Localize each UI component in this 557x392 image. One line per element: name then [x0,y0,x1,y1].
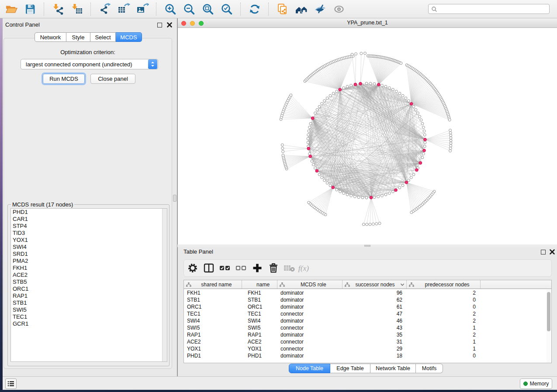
scrollbar-thumb[interactable] [547,292,550,331]
tab-select[interactable]: Select [90,32,116,42]
tab-motifs[interactable]: Motifs [416,364,443,373]
list-item[interactable]: CAR1 [11,216,167,223]
cell-4: 0 [407,352,481,359]
list-icon [7,381,14,387]
new-network-from-selection-button[interactable] [273,1,292,17]
table-row[interactable]: YOX1YOX1connector291 [184,345,551,352]
float-table-panel-icon[interactable] [541,250,546,254]
table-row[interactable]: SWI4SWI4dominator462 [184,317,551,324]
list-item[interactable]: GCR1 [11,320,167,327]
tab-edge-table[interactable]: Edge Table [330,364,370,373]
tab-mcds[interactable]: MCDS [116,32,142,42]
delete-columns-button[interactable] [265,261,281,275]
trash-icon [268,262,279,274]
list-item[interactable]: STP4 [11,223,167,230]
list-item[interactable]: FKH1 [11,265,167,272]
list-item[interactable]: RAP1 [11,292,167,299]
list-item[interactable]: STB5 [11,279,167,285]
export-table-button[interactable] [114,1,133,17]
export-image-button[interactable] [133,1,152,17]
list-item[interactable]: SWI5 [11,306,167,313]
vertical-splitter[interactable] [173,18,177,376]
list-item[interactable]: YOX1 [11,237,167,244]
table-row[interactable]: RAP1RAP1dominator352 [184,331,551,338]
cell-1: SWI4 [242,317,277,324]
cell-4: 2 [407,289,481,296]
list-item[interactable]: SRD1 [11,251,167,258]
list-item[interactable]: SWI4 [11,244,167,251]
table-header: shared namenameMCDS rolesuccessor nodesp… [184,280,551,289]
network-view-titlebar[interactable]: YPA_prune.txt_1 [178,18,557,28]
zoom-selected-button[interactable] [217,1,236,17]
close-table-panel-icon[interactable] [549,249,555,255]
network-canvas[interactable] [178,28,557,244]
criterion-select[interactable]: largest connected component (undirected) [21,59,158,69]
delete-table-button [281,261,298,275]
tab-network[interactable]: Network [35,32,66,42]
table-row[interactable]: FKH1FKH1dominator962 [184,289,551,296]
tab-node-table[interactable]: Node Table [289,364,330,373]
import-table-button[interactable] [67,1,86,17]
cell-0: ACE2 [184,338,242,345]
list-item[interactable]: PMA2 [11,258,167,265]
right-pane: YPA_prune.txt_1 Table Panel f(x) shared … [177,18,557,376]
memory-button[interactable]: Memory [520,378,552,389]
task-history-button[interactable] [5,378,17,389]
float-panel-icon[interactable] [157,23,162,28]
open-file-button[interactable] [2,1,21,17]
select-first-neighbors-button[interactable] [292,1,311,17]
list-item[interactable]: ORC1 [11,285,167,292]
table-row[interactable]: STB1STB1dominator620 [184,296,551,303]
show-all-button[interactable] [329,1,348,17]
close-x-icon [166,22,173,28]
hide-selection-button[interactable] [311,1,329,17]
list-item[interactable]: TID3 [11,230,167,237]
zoom-out-button[interactable] [180,1,198,17]
table-row[interactable]: TEC1TEC1connector472 [184,310,551,317]
list-item[interactable]: TEC1 [11,313,167,320]
import-network-button[interactable] [48,1,67,17]
data-type-icon [280,282,285,287]
mcds-tab-content: Optimization criterion: largest connecte… [3,38,172,369]
table-row[interactable]: ORC1ORC1dominator610 [184,303,551,310]
column-header-MCDS-role[interactable]: MCDS role [277,280,343,289]
cell-3: 43 [343,324,407,331]
close-panel-button[interactable]: Close panel [90,74,135,84]
table-row[interactable]: SWI5SWI5connector431 [184,324,551,331]
list-item[interactable]: PHD1 [11,209,167,216]
run-mcds-button[interactable]: Run MCDS [43,74,85,84]
column-header-successor-nodes[interactable]: successor nodes [343,280,407,289]
cell-2: connector [277,310,343,317]
export-network-button[interactable] [95,1,114,17]
table-settings-button[interactable] [184,261,201,275]
create-column-button[interactable] [249,261,265,275]
cell-3: 47 [343,310,407,317]
unselect-all-columns-button[interactable] [233,261,249,275]
zoom-in-button[interactable] [161,1,180,17]
tab-style[interactable]: Style [66,32,90,42]
mcds-result-list[interactable]: PHD1CAR1STP4TID3YOX1SWI4SRD1PMA2FKH1ACE2… [10,208,167,362]
select-all-columns-button[interactable] [217,261,233,275]
column-header-shared-name[interactable]: shared name [184,280,242,289]
show-columns-button[interactable] [201,261,217,275]
list-scrollbar[interactable] [162,209,167,361]
refresh-icon [248,3,261,16]
zoom-fit-button[interactable] [198,1,217,17]
list-item[interactable]: STB1 [11,299,167,306]
close-panel-icon[interactable] [166,22,173,28]
search-input[interactable] [437,6,549,13]
refresh-view-button[interactable] [245,1,264,17]
hide-selection-icon [314,3,327,16]
table-row[interactable]: ACE2ACE2connector311 [184,338,551,345]
save-session-button[interactable] [21,1,39,17]
cell-2: connector [277,324,343,331]
network-view-title: YPA_prune.txt_1 [178,20,557,26]
tab-network-table[interactable]: Network Table [370,364,416,373]
list-item[interactable]: ACE2 [11,272,167,279]
table-scrollbar[interactable] [547,289,551,363]
cell-1: SWI5 [242,324,277,331]
table-row[interactable]: PHD1PHD1dominator180 [184,352,551,359]
column-header-name[interactable]: name [242,280,277,289]
search-box[interactable] [428,4,550,14]
column-header-predecessor-nodes[interactable]: predecessor nodes [407,280,481,289]
